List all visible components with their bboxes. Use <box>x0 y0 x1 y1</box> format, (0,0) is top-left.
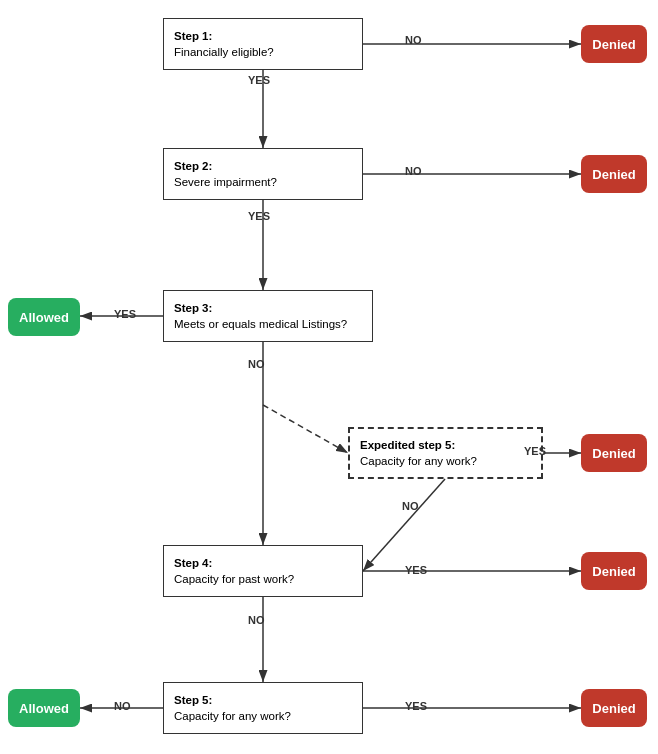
yes-exp-label: YES <box>524 445 546 457</box>
step1-question: Financially eligible? <box>174 44 352 60</box>
denied-exp-badge: Denied <box>581 434 647 472</box>
step4-label: Step 4: <box>174 555 352 571</box>
yes4-label: YES <box>405 564 427 576</box>
step3-label: Step 3: <box>174 300 362 316</box>
step2-label: Step 2: <box>174 158 352 174</box>
no1-label: NO <box>405 34 422 46</box>
denied4-badge: Denied <box>581 552 647 590</box>
step4-question: Capacity for past work? <box>174 571 352 587</box>
step2-box: Step 2: Severe impairment? <box>163 148 363 200</box>
step5-label: Step 5: <box>174 692 352 708</box>
step-exp-box: Expedited step 5: Capacity for any work? <box>348 427 543 479</box>
step5-box: Step 5: Capacity for any work? <box>163 682 363 734</box>
denied2-badge: Denied <box>581 155 647 193</box>
svg-line-11 <box>363 479 445 571</box>
allowed1-badge: Allowed <box>8 298 80 336</box>
yes2-label: YES <box>248 210 270 222</box>
denied1-badge: Denied <box>581 25 647 63</box>
no5-label: NO <box>114 700 131 712</box>
step4-box: Step 4: Capacity for past work? <box>163 545 363 597</box>
step1-box: Step 1: Financially eligible? <box>163 18 363 70</box>
step2-question: Severe impairment? <box>174 174 352 190</box>
step-exp-question: Capacity for any work? <box>360 453 531 469</box>
svg-line-8 <box>263 405 348 453</box>
step3-box: Step 3: Meets or equals medical Listings… <box>163 290 373 342</box>
arrows-svg <box>0 0 658 754</box>
no-exp-label: NO <box>402 500 419 512</box>
step-exp-label: Expedited step 5: <box>360 437 531 453</box>
allowed2-badge: Allowed <box>8 689 80 727</box>
no4-label: NO <box>248 614 265 626</box>
flowchart: Step 1: Financially eligible? Step 2: Se… <box>0 0 658 754</box>
step5-question: Capacity for any work? <box>174 708 352 724</box>
no3-label: NO <box>248 358 265 370</box>
denied5-badge: Denied <box>581 689 647 727</box>
step3-question: Meets or equals medical Listings? <box>174 316 362 332</box>
no2-label: NO <box>405 165 422 177</box>
yes3-label: YES <box>114 308 136 320</box>
yes5-label: YES <box>405 700 427 712</box>
step1-label: Step 1: <box>174 28 352 44</box>
yes1-label: YES <box>248 74 270 86</box>
